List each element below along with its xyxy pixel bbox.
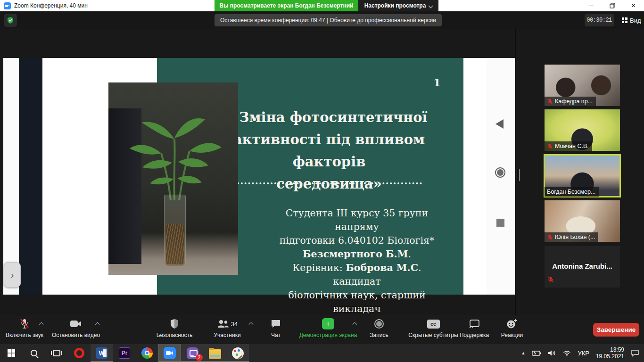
battery-icon[interactable] xyxy=(532,350,541,356)
slide-body-line1: Студента ІІІ курсу 35 групи напряму xyxy=(274,206,439,234)
closed-captions-button[interactable]: cc Скрытые субтитры xyxy=(405,318,462,338)
participant-name-label: Юлія Бохан (... xyxy=(545,232,598,242)
close-icon: ✕ xyxy=(631,2,636,9)
action-center-icon[interactable] xyxy=(631,349,639,357)
slide-title: «Зміна фотосинтетичної активності під вп… xyxy=(202,107,456,195)
view-settings-label: Настройки просмотра xyxy=(364,2,426,9)
screen-share-banner: Вы просматриваете экран Богдан Безсмертн… xyxy=(215,0,358,11)
taskbar-chrome[interactable] xyxy=(136,344,158,362)
expand-panel-button[interactable]: › xyxy=(4,262,21,288)
slide-canvas: 1 «Зміна фотосинтетичної активності під … xyxy=(42,58,487,295)
chat-bubble-icon xyxy=(271,319,281,329)
hidden-icons-chevron[interactable]: ▲ xyxy=(521,351,526,355)
screen-share-button[interactable]: ↑ Демонстрация экрана xyxy=(297,318,359,338)
muted-mic-icon xyxy=(547,276,554,283)
cc-icon: cc xyxy=(427,320,440,329)
meeting-timer: 00:30:21 xyxy=(585,14,614,26)
support-label: Поддержка xyxy=(460,332,489,338)
slide-title-line2: активності під впливом факторів xyxy=(202,129,456,173)
participant-tile-antonina[interactable]: Antonina Zarubi... xyxy=(545,246,620,288)
chat-button[interactable]: Чат xyxy=(262,318,289,338)
taskbar-file-explorer[interactable] xyxy=(204,344,226,362)
start-button[interactable] xyxy=(0,344,23,362)
reactions-smiley-icon xyxy=(506,319,518,329)
opera-icon xyxy=(74,348,84,358)
participant-tile-kafedra[interactable]: Кафедра пр... xyxy=(545,65,620,106)
restore-button[interactable] xyxy=(602,0,623,11)
clock[interactable]: 13:59 19.05.2021 xyxy=(596,346,624,360)
security-shield-button[interactable] xyxy=(4,14,17,27)
view-mode-button[interactable]: Вид xyxy=(618,14,644,26)
screen-share-label: Демонстрация экрана xyxy=(299,332,357,338)
slide-body-line3: Безсмертного Б.М. xyxy=(274,247,439,261)
participants-button[interactable]: 34 Участники xyxy=(207,318,247,338)
language-indicator[interactable]: УКР xyxy=(578,350,589,357)
task-view-button[interactable] xyxy=(45,344,68,362)
muted-mic-icon-wrap xyxy=(547,276,554,285)
square-tool-icon[interactable] xyxy=(496,219,504,227)
circle-tool-icon[interactable] xyxy=(495,167,505,178)
chat-label: Чат xyxy=(271,332,281,338)
participant-tile-bogdan-active-speaker[interactable]: Богдан Безсмер... xyxy=(545,155,620,197)
window-title: Zoom Конференция, 40 мин xyxy=(14,2,88,9)
taskbar-zoom[interactable] xyxy=(158,344,181,362)
participants-label: Участники xyxy=(214,332,240,338)
minimize-button[interactable] xyxy=(580,0,602,11)
system-tray: ▲ УКР 13:59 19.05.2021 xyxy=(521,344,644,362)
record-button[interactable]: Запись xyxy=(366,318,392,338)
taskbar-word[interactable]: W xyxy=(91,344,113,362)
record-icon xyxy=(374,319,384,329)
close-button[interactable]: ✕ xyxy=(623,0,644,11)
chevron-right-icon: › xyxy=(11,270,14,280)
search-icon xyxy=(31,350,37,356)
participant-name-label: Antonina Zarubi... xyxy=(545,262,620,270)
taskbar-opera[interactable] xyxy=(68,344,91,362)
reactions-button[interactable]: Реакции xyxy=(496,318,528,338)
participant-name-label: Мовчан С.В. xyxy=(545,141,592,151)
muted-mic-icon xyxy=(547,143,553,149)
premiere-icon: Pr xyxy=(119,347,130,359)
volume-icon[interactable] xyxy=(548,350,556,356)
wifi-icon[interactable] xyxy=(563,350,571,356)
shared-screen-area: › 1 «Зміна фотосинтетичної активності пі… xyxy=(0,29,644,315)
paint-icon xyxy=(232,347,244,359)
reactions-label: Реакции xyxy=(501,332,523,338)
end-meeting-button[interactable]: Завершение xyxy=(593,323,639,337)
support-button[interactable]: Поддержка xyxy=(456,318,492,338)
participants-options-chevron[interactable] xyxy=(249,322,254,327)
security-shield-icon xyxy=(170,319,179,329)
file-explorer-icon xyxy=(209,349,221,359)
unmute-button[interactable]: Включить звук xyxy=(5,318,44,338)
screen-share-icon: ↑ xyxy=(322,318,334,329)
remaining-time-pill[interactable]: Оставшееся время конференции: 09:47 | Об… xyxy=(215,14,442,26)
restore-icon xyxy=(610,3,615,8)
slide-body-line5: біологічних наук, старший викладач xyxy=(274,288,439,316)
task-view-icon xyxy=(53,350,60,356)
dotted-divider xyxy=(233,182,422,184)
participant-tile-yulia[interactable]: Юлія Бохан (... xyxy=(545,200,620,242)
taskbar-viber[interactable]: 2 xyxy=(181,344,204,362)
triangle-tool-icon[interactable] xyxy=(495,119,504,129)
taskbar-premiere[interactable]: Pr xyxy=(113,344,136,362)
support-screen-icon xyxy=(469,319,480,329)
record-label: Запись xyxy=(370,332,388,338)
security-button[interactable]: Безопасность xyxy=(156,318,193,338)
view-settings-button[interactable]: Настройки просмотра xyxy=(358,0,438,11)
stop-video-button[interactable]: Остановить видео xyxy=(52,318,100,338)
participant-name-label: Кафедра пр... xyxy=(545,97,596,106)
plant-roots xyxy=(166,224,184,264)
panel-resize-handle[interactable] xyxy=(517,169,520,181)
zoom-icon xyxy=(164,347,176,359)
participants-icon xyxy=(217,319,229,329)
view-mode-label: Вид xyxy=(630,17,641,24)
slide-body-line2: підготовки 6.040102 Біологія* xyxy=(274,234,439,247)
zoom-app-icon xyxy=(4,2,11,9)
chrome-icon xyxy=(141,347,153,359)
participant-name-label: Богдан Безсмер... xyxy=(545,187,599,197)
taskbar-paint[interactable] xyxy=(226,344,249,362)
muted-mic-icon xyxy=(19,318,30,329)
muted-mic-icon xyxy=(547,234,553,240)
participant-tile-movchan[interactable]: Мовчан С.В. xyxy=(545,109,620,151)
panel-divider xyxy=(515,29,516,315)
search-button[interactable] xyxy=(23,344,45,362)
